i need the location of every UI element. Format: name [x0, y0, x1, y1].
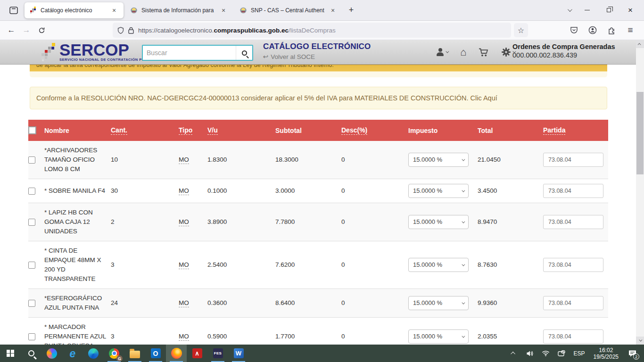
search-input[interactable] [143, 46, 236, 60]
desc-value: 0 [341, 318, 408, 345]
bookmark-star-icon[interactable]: ☆ [514, 23, 528, 37]
meet-now-icon[interactable] [555, 345, 569, 362]
tipo-link[interactable]: MO [179, 156, 189, 164]
tray-expand-button[interactable] [507, 345, 521, 362]
copilot-button[interactable] [41, 345, 62, 362]
row-checkbox[interactable] [28, 156, 35, 164]
col-subtotal: Subtotal [275, 120, 341, 141]
impuesto-select[interactable]: 15.0000 % [408, 296, 469, 310]
partida-input[interactable] [543, 329, 603, 344]
return-icon: ↩ [263, 53, 268, 60]
volver-al-soce-link[interactable]: ↩ Volver al SOCE [263, 53, 371, 60]
cant-value: 3 [111, 318, 179, 345]
start-button[interactable] [0, 345, 21, 362]
col-cant[interactable]: Cant. [111, 120, 179, 141]
clic-aqui-link[interactable]: Clic Aquí [471, 94, 497, 102]
extensions-puzzle-icon[interactable] [604, 23, 619, 37]
row-checkbox[interactable] [28, 262, 35, 269]
minimize-button[interactable] [576, 0, 598, 21]
back-icon[interactable]: ← [4, 23, 19, 37]
tipo-link[interactable]: MO [179, 299, 189, 307]
internet-explorer-button[interactable]: e [62, 345, 83, 362]
taskbar-search-button[interactable] [21, 345, 41, 362]
tipo-link[interactable]: MO [179, 333, 189, 341]
edge-button[interactable] [83, 345, 104, 362]
impuesto-select[interactable]: 15.0000 % [408, 215, 469, 229]
iva-resolution-notice: Conforme a la RESOLUCIÓN NRO. NAC-DGERCG… [30, 87, 607, 109]
tipo-link[interactable]: MO [179, 218, 189, 226]
chrome-profile-badge: G [116, 355, 123, 362]
tipo-link[interactable]: MO [179, 261, 189, 269]
firefox-view-icon[interactable] [6, 3, 22, 17]
tab-bar: Catálogo electrónico × Sistema de Inform… [0, 0, 644, 21]
impuesto-select[interactable]: 15.0000 % [408, 258, 469, 272]
close-tab-icon[interactable]: × [328, 6, 338, 15]
page-scrollbar[interactable] [636, 40, 644, 345]
search-box [142, 45, 253, 61]
col-nombre: Nombre [44, 120, 111, 141]
list-all-tabs-icon[interactable] [562, 3, 576, 17]
purchase-list-table: Nombre Cant. Tipo V/u Subtotal Desc(%) I… [28, 120, 608, 345]
tipo-link[interactable]: MO [179, 187, 189, 195]
col-tipo[interactable]: Tipo [179, 120, 207, 141]
row-checkbox[interactable] [28, 300, 35, 307]
account-icon[interactable] [586, 23, 600, 37]
user-icon [436, 48, 444, 56]
partida-input[interactable] [543, 184, 603, 198]
firefox-button[interactable] [166, 345, 187, 362]
menu-hamburger-icon[interactable]: ≡ [623, 23, 637, 37]
chrome-button[interactable]: G [104, 345, 124, 362]
shield-icon[interactable] [117, 27, 124, 34]
pocket-icon[interactable] [567, 23, 581, 37]
wifi-icon[interactable] [539, 345, 553, 362]
close-tab-icon[interactable]: × [219, 6, 228, 15]
search-icon [28, 350, 34, 356]
file-explorer-button[interactable] [124, 345, 145, 362]
vu-value: 0.5900 [207, 318, 275, 345]
fes-app-button[interactable]: FES [207, 345, 228, 362]
product-name: * MARCADOR PERMANENTE AZUL PUNTA GRUESA [44, 318, 111, 345]
close-tab-icon[interactable]: × [109, 6, 119, 15]
cart-button[interactable] [479, 48, 489, 57]
home-button[interactable]: ⌂ [460, 48, 466, 57]
new-tab-button[interactable]: + [344, 3, 358, 17]
word-button[interactable]: W [228, 345, 249, 362]
impuesto-select[interactable]: 15.0000 % [408, 153, 469, 167]
partida-input[interactable] [543, 258, 603, 272]
volume-icon[interactable] [523, 345, 537, 362]
tab-catalogo-electronico[interactable]: Catálogo electrónico × [25, 2, 124, 18]
acrobat-button[interactable]: ∧ [187, 345, 207, 362]
windows-taskbar: e G O ∧ FES W ESP 16:02 19/5/2025 [0, 345, 644, 362]
row-checkbox[interactable] [28, 219, 35, 226]
close-window-button[interactable]: × [619, 0, 641, 21]
search-button[interactable] [236, 46, 252, 60]
restore-button[interactable] [598, 0, 619, 21]
row-checkbox[interactable] [28, 188, 35, 195]
partida-input[interactable] [543, 215, 603, 229]
gear-icon [501, 47, 511, 57]
lock-icon[interactable] [128, 27, 134, 34]
row-checkbox[interactable] [28, 333, 35, 340]
partida-input[interactable] [543, 296, 603, 310]
scroll-up-icon[interactable] [636, 40, 644, 48]
clock[interactable]: 16:02 19/5/2025 [590, 347, 622, 360]
notification-center-button[interactable]: 2 [624, 345, 640, 362]
reload-icon[interactable] [34, 23, 49, 37]
address-bar[interactable]: https://catalogoelectronico.compraspubli… [113, 23, 511, 38]
col-partida[interactable]: Partida [543, 120, 608, 141]
impuesto-select[interactable]: 15.0000 % [408, 329, 469, 344]
language-indicator[interactable]: ESP [571, 350, 588, 357]
user-menu-button[interactable] [436, 48, 448, 56]
sercop-logo[interactable]: SERCOP SERVICIO NACIONAL DE CONTRATACIÓN… [41, 42, 157, 62]
tab-snp-cas[interactable]: SNP - CAS – Central Authentica × [235, 2, 342, 18]
impuesto-select[interactable]: 15.0000 % [408, 184, 469, 198]
scroll-down-icon[interactable] [636, 337, 644, 345]
outlook-button[interactable]: O [145, 345, 166, 362]
chevron-down-icon [462, 334, 465, 337]
col-vu[interactable]: V/u [207, 120, 275, 141]
scrollbar-thumb[interactable] [636, 92, 644, 174]
tab-sistema-informacion[interactable]: Sistema de Información para lo × [125, 2, 233, 18]
partida-input[interactable] [543, 153, 603, 167]
select-all-checkbox[interactable] [28, 126, 36, 134]
col-desc[interactable]: Desc(%) [341, 120, 408, 141]
